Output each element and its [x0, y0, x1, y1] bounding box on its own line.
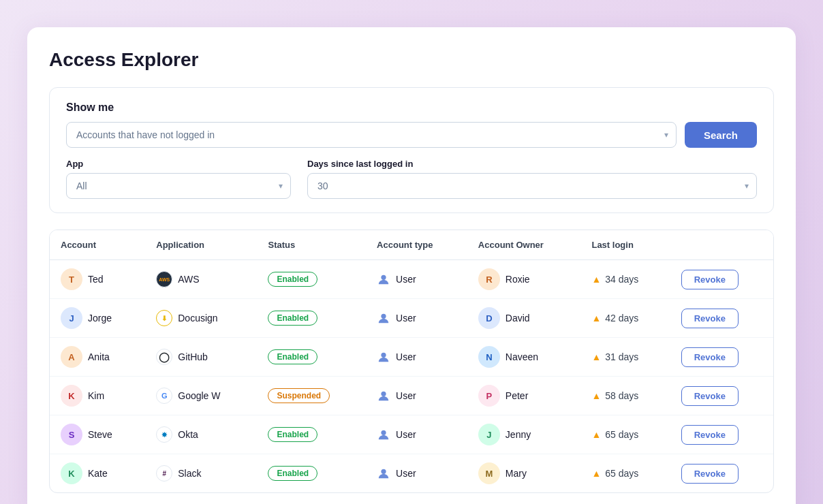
cell-owner-4: J Jenny — [467, 415, 581, 454]
owner-avatar-5: M — [478, 462, 500, 484]
days-select[interactable]: 7 14 30 60 90 — [307, 173, 757, 199]
user-type-icon-2 — [377, 350, 390, 364]
app-select-wrapper: All AWS Docusign GitHub Google Workspace… — [66, 173, 291, 199]
slack-icon: # — [156, 465, 172, 482]
account-avatar-0: T — [61, 268, 82, 290]
cell-app-4: ✸ Okta — [145, 415, 257, 454]
warning-icon-0: ▲ — [591, 274, 601, 285]
owner-avatar-1: D — [478, 307, 500, 329]
cell-acct-type-0: User — [366, 260, 467, 299]
revoke-button-3[interactable]: Revoke — [681, 386, 739, 406]
account-avatar-3: K — [61, 385, 82, 407]
cell-account-4: S Steve — [50, 415, 145, 454]
days-filter-group: Days since last logged in 7 14 30 60 90 … — [307, 159, 757, 199]
table-row: A Anita ◯ GitHub Enabled User — [50, 338, 773, 377]
user-type-icon-3 — [377, 389, 390, 403]
cell-action-3: Revoke — [670, 377, 773, 415]
table-row: K Kim G Google W Suspended User — [50, 377, 773, 415]
cell-acct-type-3: User — [366, 377, 467, 415]
cell-account-2: A Anita — [50, 338, 145, 377]
svg-point-1 — [381, 314, 386, 319]
cell-acct-type-5: User — [366, 454, 467, 493]
user-type-icon-5 — [377, 467, 390, 480]
owner-name-3: Peter — [506, 390, 528, 401]
table-row: J Jorge ⬇ Docusign Enabled User — [50, 299, 773, 338]
last-login-value-3: 58 days — [605, 390, 638, 401]
cell-owner-5: M Mary — [467, 454, 581, 493]
revoke-button-2[interactable]: Revoke — [681, 347, 739, 367]
revoke-button-1[interactable]: Revoke — [681, 309, 739, 328]
page-title: Access Explorer — [49, 49, 774, 71]
warning-icon-2: ▲ — [591, 351, 601, 362]
cell-acct-type-4: User — [366, 415, 467, 454]
cell-action-1: Revoke — [670, 299, 773, 338]
search-button[interactable]: Search — [685, 122, 757, 148]
cell-app-3: G Google W — [145, 377, 257, 415]
app-name-2: GitHub — [178, 351, 208, 362]
owner-name-2: Naveen — [506, 351, 538, 362]
owner-avatar-4: J — [478, 424, 500, 445]
account-name-5: Kate — [88, 468, 108, 479]
account-type-4: User — [396, 429, 416, 440]
status-badge-1: Enabled — [268, 311, 317, 326]
last-login-value-2: 31 days — [605, 351, 638, 362]
results-table: Account Application Status Account type … — [50, 230, 773, 492]
days-label: Days since last logged in — [307, 159, 757, 169]
cell-last-login-5: ▲ 65 days — [580, 454, 670, 493]
cell-account-1: J Jorge — [50, 299, 145, 338]
revoke-button-4[interactable]: Revoke — [681, 425, 739, 445]
svg-point-3 — [381, 392, 386, 396]
cell-last-login-3: ▲ 58 days — [580, 377, 670, 415]
cell-status-2: Enabled — [257, 338, 366, 377]
app-name-1: Docusign — [178, 313, 217, 324]
owner-avatar-3: P — [478, 385, 500, 407]
cell-last-login-0: ▲ 34 days — [580, 260, 670, 299]
cell-owner-3: P Peter — [467, 377, 581, 415]
cell-status-0: Enabled — [257, 260, 366, 299]
cell-account-5: K Kate — [50, 454, 145, 493]
account-avatar-4: S — [61, 424, 82, 445]
last-login-value-5: 65 days — [605, 468, 638, 479]
col-application: Application — [145, 230, 257, 260]
col-status: Status — [257, 230, 366, 260]
warning-icon-4: ▲ — [591, 429, 601, 440]
status-badge-4: Enabled — [268, 427, 317, 442]
cell-last-login-2: ▲ 31 days — [580, 338, 670, 377]
col-account: Account — [50, 230, 145, 260]
user-type-icon-1 — [377, 311, 390, 325]
cell-owner-2: N Naveen — [467, 338, 581, 377]
app-name-5: Slack — [178, 468, 201, 479]
revoke-button-5[interactable]: Revoke — [681, 464, 739, 484]
app-name-0: AWS — [178, 274, 199, 285]
status-badge-0: Enabled — [268, 272, 317, 287]
cell-last-login-1: ▲ 42 days — [580, 299, 670, 338]
revoke-button-0[interactable]: Revoke — [681, 270, 739, 289]
aws-icon: AWS — [156, 271, 172, 287]
account-type-2: User — [396, 351, 416, 362]
show-me-select[interactable]: Accounts that have not logged in All acc… — [66, 122, 677, 148]
warning-icon-5: ▲ — [591, 468, 601, 479]
docusign-icon: ⬇ — [156, 310, 172, 326]
app-select[interactable]: All AWS Docusign GitHub Google Workspace… — [66, 173, 291, 199]
cell-action-0: Revoke — [670, 260, 773, 299]
app-label: App — [66, 159, 291, 169]
show-me-select-wrapper: Accounts that have not logged in All acc… — [66, 122, 677, 148]
account-name-4: Steve — [88, 429, 112, 440]
account-name-1: Jorge — [88, 313, 112, 324]
account-avatar-2: A — [61, 346, 82, 368]
okta-icon: ✸ — [156, 426, 172, 443]
account-type-0: User — [396, 274, 416, 285]
warning-icon-1: ▲ — [591, 313, 601, 324]
cell-app-0: AWS AWS — [145, 260, 257, 299]
cell-app-1: ⬇ Docusign — [145, 299, 257, 338]
account-name-2: Anita — [88, 351, 110, 362]
cell-action-5: Revoke — [670, 454, 773, 493]
account-avatar-5: K — [61, 462, 82, 484]
owner-name-5: Mary — [506, 468, 527, 479]
svg-point-5 — [381, 469, 386, 474]
cell-status-3: Suspended — [257, 377, 366, 415]
cell-acct-type-1: User — [366, 299, 467, 338]
github-icon: ◯ — [156, 349, 172, 365]
account-avatar-1: J — [61, 307, 82, 329]
svg-point-4 — [381, 430, 386, 435]
